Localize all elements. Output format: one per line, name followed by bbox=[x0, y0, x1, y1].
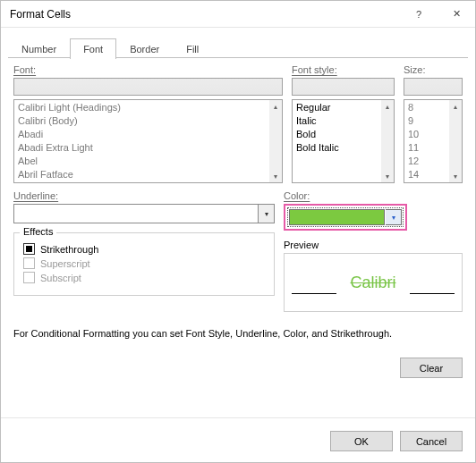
list-item[interactable]: Regular bbox=[296, 101, 378, 114]
list-item[interactable]: 9 bbox=[408, 114, 446, 128]
strikethrough-checkbox[interactable]: Strikethrough bbox=[23, 243, 265, 255]
baseline bbox=[410, 293, 455, 294]
scroll-up-icon[interactable]: ▴ bbox=[381, 100, 394, 113]
scroll-track[interactable] bbox=[269, 113, 282, 170]
list-item[interactable]: 10 bbox=[408, 128, 446, 141]
list-item[interactable]: Abadi bbox=[18, 128, 266, 141]
list-item[interactable]: Bold Italic bbox=[296, 141, 378, 155]
font-style-input[interactable] bbox=[292, 78, 395, 96]
list-item[interactable]: Calibri (Body) bbox=[18, 114, 266, 128]
close-icon: ✕ bbox=[453, 8, 461, 20]
font-style-listbox[interactable]: Regular Italic Bold Bold Italic ▴ ▾ bbox=[292, 99, 395, 183]
preview-panel: Calibri bbox=[284, 253, 463, 312]
font-list-items: Calibri Light (Headings) Calibri (Body) … bbox=[14, 100, 269, 182]
clear-button[interactable]: Clear bbox=[400, 358, 463, 378]
tab-border[interactable]: Border bbox=[116, 38, 173, 59]
font-style-items: Regular Italic Bold Bold Italic bbox=[293, 100, 381, 182]
tab-number[interactable]: Number bbox=[8, 38, 70, 59]
close-button[interactable]: ✕ bbox=[438, 1, 475, 28]
checkbox-icon bbox=[23, 257, 35, 269]
size-label: Size: bbox=[404, 64, 463, 75]
list-item[interactable]: 12 bbox=[408, 155, 446, 168]
scrollbar[interactable]: ▴ ▾ bbox=[269, 100, 282, 182]
list-item[interactable]: Bold bbox=[296, 128, 378, 141]
list-item[interactable]: 11 bbox=[408, 141, 446, 155]
color-swatch bbox=[289, 209, 385, 225]
size-items: 8 9 10 11 12 14 bbox=[404, 100, 449, 182]
cancel-button[interactable]: Cancel bbox=[400, 431, 463, 451]
color-label: Color: bbox=[284, 190, 463, 201]
font-label: Font: bbox=[13, 64, 283, 75]
help-button[interactable]: ? bbox=[400, 1, 438, 28]
preview-text: Calibri bbox=[350, 274, 395, 292]
superscript-label: Superscript bbox=[40, 258, 90, 269]
scroll-down-icon[interactable]: ▾ bbox=[449, 170, 462, 182]
scroll-up-icon[interactable]: ▴ bbox=[269, 100, 282, 113]
scroll-up-icon[interactable]: ▴ bbox=[449, 100, 462, 113]
font-listbox[interactable]: Calibri Light (Headings) Calibri (Body) … bbox=[13, 99, 283, 183]
list-item[interactable]: Abel bbox=[18, 155, 266, 168]
underline-combo[interactable]: ▾ bbox=[13, 204, 275, 223]
baseline bbox=[292, 293, 336, 294]
checkbox-icon bbox=[23, 272, 35, 283]
size-input[interactable] bbox=[404, 78, 463, 96]
strikethrough-label: Strikethrough bbox=[40, 244, 98, 255]
subscript-label: Subscript bbox=[40, 273, 81, 283]
ok-button[interactable]: OK bbox=[330, 431, 393, 451]
underline-label: Underline: bbox=[13, 190, 275, 201]
tab-font[interactable]: Font bbox=[70, 38, 116, 59]
effects-fieldset: Effects Strikethrough Superscript Subscr… bbox=[13, 232, 275, 296]
help-icon: ? bbox=[416, 9, 421, 20]
scrollbar[interactable]: ▴ ▾ bbox=[449, 100, 462, 182]
font-row: Font: Calibri Light (Headings) Calibri (… bbox=[13, 64, 463, 183]
color-highlight: ▾ bbox=[284, 204, 407, 231]
list-item[interactable]: 14 bbox=[408, 168, 446, 181]
list-item[interactable]: Italic bbox=[296, 114, 378, 128]
scroll-down-icon[interactable]: ▾ bbox=[381, 170, 394, 182]
format-cells-dialog: Format Cells ? ✕ Number Font Border Fill… bbox=[0, 0, 476, 463]
font-input[interactable] bbox=[13, 78, 283, 96]
tab-content: Font: Calibri Light (Headings) Calibri (… bbox=[1, 59, 475, 352]
chevron-down-icon[interactable]: ▾ bbox=[386, 209, 402, 225]
dialog-title: Format Cells bbox=[10, 8, 400, 21]
effects-legend: Effects bbox=[20, 226, 56, 237]
scrollbar[interactable]: ▴ ▾ bbox=[381, 100, 394, 182]
tab-fill[interactable]: Fill bbox=[173, 38, 212, 59]
chevron-down-icon[interactable]: ▾ bbox=[259, 204, 275, 223]
scroll-track[interactable] bbox=[449, 113, 462, 170]
list-item[interactable]: Abril Fatface bbox=[18, 168, 266, 181]
dialog-footer: OK Cancel bbox=[1, 417, 475, 462]
color-combo[interactable]: ▾ bbox=[287, 207, 404, 227]
titlebar: Format Cells ? ✕ bbox=[1, 1, 475, 28]
scroll-track[interactable] bbox=[381, 113, 394, 170]
options-row: Underline: ▾ Effects Strikethrough Super… bbox=[13, 190, 463, 312]
scroll-down-icon[interactable]: ▾ bbox=[269, 170, 282, 182]
font-style-label: Font style: bbox=[292, 64, 395, 75]
size-listbox[interactable]: 8 9 10 11 12 14 ▴ ▾ bbox=[404, 99, 463, 183]
checkbox-icon bbox=[23, 243, 35, 255]
list-item[interactable]: Calibri Light (Headings) bbox=[18, 101, 266, 114]
list-item[interactable]: 8 bbox=[408, 101, 446, 114]
underline-value bbox=[13, 204, 259, 223]
clear-row: Clear bbox=[1, 352, 475, 378]
info-note: For Conditional Formatting you can set F… bbox=[13, 328, 463, 339]
list-item[interactable]: Abadi Extra Light bbox=[18, 141, 266, 155]
superscript-checkbox: Superscript bbox=[23, 257, 265, 269]
preview-label: Preview bbox=[284, 240, 463, 250]
subscript-checkbox: Subscript bbox=[23, 272, 265, 283]
tab-strip: Number Font Border Fill bbox=[1, 33, 475, 58]
